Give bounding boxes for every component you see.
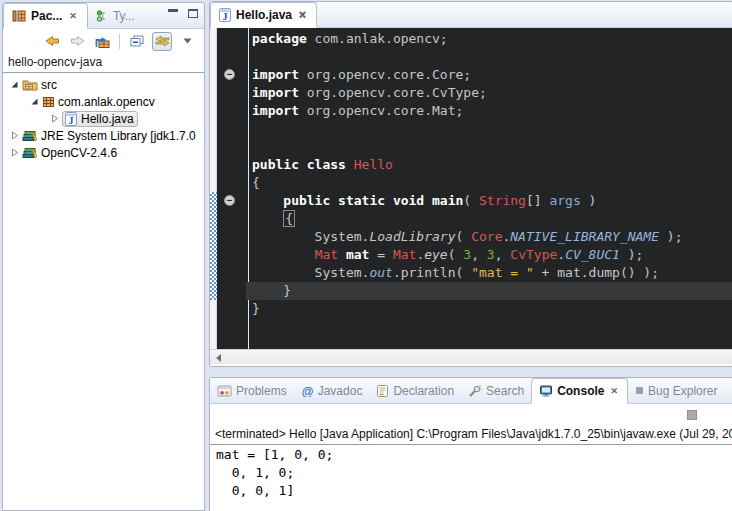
view-tab-bug[interactable]: Bug bbox=[724, 378, 732, 403]
fold-marker-icon[interactable]: − bbox=[224, 69, 235, 80]
collapsed-twisty-icon[interactable] bbox=[49, 114, 59, 123]
folding-ruler[interactable]: −− bbox=[218, 28, 248, 349]
code-line[interactable]: package com.anlak.opencv; bbox=[249, 30, 732, 48]
tab-label: Console bbox=[557, 384, 604, 398]
tab-label: Problems bbox=[236, 384, 287, 398]
annotation-ruler[interactable] bbox=[210, 28, 217, 349]
link-with-editor-icon bbox=[155, 35, 170, 47]
svg-text:J: J bbox=[69, 114, 74, 125]
code-editor[interactable]: −− package com.anlak.opencv; import org.… bbox=[210, 28, 732, 349]
back-icon bbox=[45, 35, 60, 47]
console-panel: Problems@JavadocDeclarationSearchConsole… bbox=[209, 377, 732, 511]
editor-tab-hello-java[interactable]: J Hello.java ❌︎ bbox=[210, 2, 317, 28]
code-text[interactable]: package com.anlak.opencv; import org.ope… bbox=[249, 30, 732, 318]
collapse-all-icon bbox=[130, 35, 144, 47]
code-line[interactable]: System.out.println( "mat = " + mat.dump(… bbox=[249, 264, 732, 282]
view-menu-button[interactable] bbox=[177, 32, 197, 51]
expanded-twisty-icon[interactable] bbox=[9, 80, 19, 89]
scroll-left-icon[interactable] bbox=[216, 354, 221, 362]
tree-item-label: JRE System Library [jdk1.7.0 bbox=[41, 129, 196, 143]
view-tab-search[interactable]: Search bbox=[461, 378, 531, 403]
tree-item-hello-java[interactable]: JHello.java bbox=[3, 110, 204, 127]
collapse-all-button[interactable] bbox=[127, 32, 147, 51]
back-button[interactable] bbox=[42, 32, 62, 51]
svg-text:J: J bbox=[223, 11, 228, 22]
tab-label: Pac... bbox=[31, 9, 62, 23]
code-line[interactable]: public class Hello bbox=[249, 156, 732, 174]
eclipse-workbench: { "left_panel": { "tabs": [ { "label": "… bbox=[0, 0, 732, 511]
code-line[interactable]: import org.opencv.core.Core; bbox=[249, 66, 732, 84]
link-with-editor-button[interactable] bbox=[152, 32, 172, 51]
method-range-indicator bbox=[210, 192, 217, 300]
view-tab-declaration[interactable]: Declaration bbox=[369, 378, 461, 403]
code-line[interactable]: import org.opencv.core.Mat; bbox=[249, 102, 732, 120]
maximize-icon[interactable] bbox=[188, 9, 198, 18]
up-icon bbox=[94, 35, 110, 48]
close-icon[interactable]: ❌︎ bbox=[297, 9, 308, 21]
code-line[interactable] bbox=[249, 120, 732, 138]
source-folder-icon bbox=[22, 79, 38, 91]
collapsed-twisty-icon[interactable] bbox=[9, 148, 19, 157]
code-line[interactable] bbox=[249, 48, 732, 66]
code-line[interactable]: import org.opencv.core.CvType; bbox=[249, 84, 732, 102]
code-line[interactable]: public static void main( String[] args ) bbox=[249, 192, 732, 210]
problems-icon bbox=[217, 385, 232, 397]
expanded-twisty-icon[interactable] bbox=[29, 97, 39, 106]
view-tab-bug-explorer[interactable]: Bug Explorer bbox=[628, 378, 724, 403]
view-tab-pac[interactable]: Pac...✕ bbox=[3, 3, 88, 29]
view-tab-ty[interactable]: Ty... bbox=[88, 3, 143, 28]
tree-item-opencv-2-4-6[interactable]: OpenCV-2.4.6 bbox=[3, 144, 204, 161]
bug-square-icon bbox=[635, 386, 644, 395]
tree-item-com-anlak-opencv[interactable]: com.anlak.opencv bbox=[3, 93, 204, 110]
tab-label: Declaration bbox=[393, 384, 454, 398]
left-tabbar: Pac...✕Ty... bbox=[3, 3, 204, 29]
collapsed-twisty-icon[interactable] bbox=[9, 131, 19, 140]
up-button[interactable] bbox=[92, 32, 112, 51]
view-tab-problems[interactable]: Problems bbox=[210, 378, 294, 403]
tree-root-label: hello-opencv-java bbox=[3, 53, 204, 72]
close-icon[interactable]: ✕ bbox=[67, 10, 79, 22]
library-icon bbox=[22, 147, 38, 159]
code-line[interactable]: { bbox=[249, 174, 732, 192]
tab-label: Search bbox=[486, 384, 524, 398]
code-line[interactable]: { bbox=[249, 210, 732, 228]
code-line[interactable] bbox=[249, 138, 732, 156]
package-icon bbox=[42, 96, 55, 108]
fold-marker-icon[interactable]: − bbox=[224, 195, 235, 206]
tree-item-src[interactable]: src bbox=[3, 76, 204, 93]
java-file-icon: J bbox=[219, 8, 231, 22]
tab-label: Ty... bbox=[113, 9, 135, 23]
java-file-icon: J bbox=[65, 112, 77, 126]
svg-text:@: @ bbox=[301, 385, 313, 397]
console-status-line: <terminated> Hello [Java Application] C:… bbox=[210, 425, 732, 445]
minimize-icon[interactable] bbox=[168, 9, 178, 18]
horizontal-scrollbar[interactable] bbox=[210, 349, 732, 364]
forward-icon bbox=[70, 35, 85, 47]
code-line[interactable]: Mat mat = Mat.eye( 3, 3, CvType.CV_8UC1 … bbox=[249, 246, 732, 264]
console-toolbar bbox=[210, 404, 732, 425]
view-tab-console[interactable]: Console✕ bbox=[531, 378, 628, 404]
project-tree: srccom.anlak.opencvJHello.javaJRE System… bbox=[3, 73, 204, 161]
forward-button[interactable] bbox=[67, 32, 87, 51]
editor-area: J Hello.java ❌︎ −− package com.anlak.ope… bbox=[209, 1, 732, 367]
package-explorer-toolbar bbox=[3, 29, 204, 53]
tree-item-jre-system-library-jdk1-7-0[interactable]: JRE System Library [jdk1.7.0 bbox=[3, 127, 204, 144]
close-icon[interactable]: ✕ bbox=[608, 385, 620, 397]
editor-tabbar: J Hello.java ❌︎ bbox=[210, 2, 732, 28]
toolbar-separator bbox=[119, 34, 120, 49]
selected-tree-item[interactable]: JHello.java bbox=[62, 111, 138, 127]
package-explorer-icon bbox=[12, 10, 26, 22]
tree-item-label: Hello.java bbox=[81, 112, 134, 126]
view-tab-javadoc[interactable]: @Javadoc bbox=[294, 378, 370, 403]
terminate-icon[interactable] bbox=[687, 410, 697, 420]
code-line[interactable]: System.LoadLibrary( Core.NATIVE_LIBRARY_… bbox=[249, 228, 732, 246]
console-output: mat = [1, 0, 0; 0, 1, 0; 0, 0, 1] bbox=[210, 445, 732, 501]
code-line[interactable]: } bbox=[249, 300, 732, 318]
declaration-icon bbox=[376, 385, 389, 397]
tab-label: Bug Explorer bbox=[648, 384, 717, 398]
current-code-line[interactable]: } bbox=[246, 282, 732, 300]
library-icon bbox=[22, 130, 38, 142]
bottom-tabbar: Problems@JavadocDeclarationSearchConsole… bbox=[210, 378, 732, 404]
editor-tab-label: Hello.java bbox=[236, 8, 292, 22]
tab-label: Javadoc bbox=[318, 384, 363, 398]
